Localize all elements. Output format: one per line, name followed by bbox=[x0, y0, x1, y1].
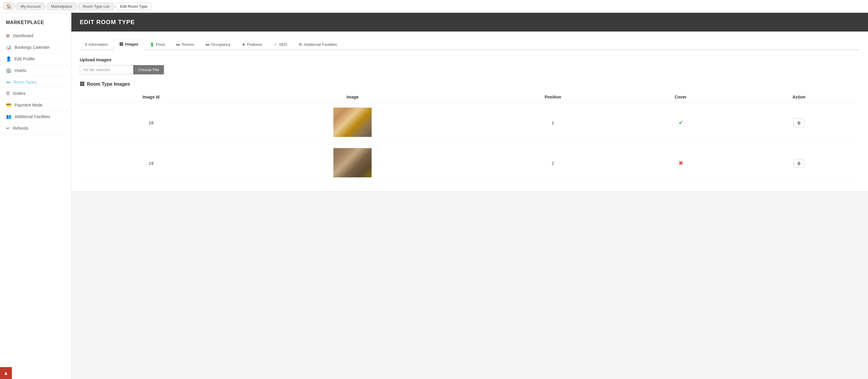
breadcrumb-separator-2: › bbox=[77, 4, 78, 9]
sidebar-label-refunds: Refunds bbox=[13, 126, 28, 131]
sidebar-item-dashboard[interactable]: ⊞ Dashboard bbox=[0, 30, 71, 42]
additional-facilities-icon: 👥 bbox=[6, 114, 11, 119]
tab-rooms-label: Rooms bbox=[182, 42, 194, 47]
room-image-19 bbox=[333, 148, 372, 178]
tab-price-label: Price bbox=[156, 42, 165, 47]
occupancy-icon: 🛏 bbox=[206, 42, 209, 47]
sidebar-label-additional-facilities: Additional Facilities bbox=[14, 114, 50, 119]
tab-additional-facilities[interactable]: ⚙ Additional Facilities bbox=[293, 39, 343, 50]
tab-rooms[interactable]: 🛏 Rooms bbox=[170, 39, 199, 50]
home-icon: 🏠 bbox=[6, 4, 11, 9]
table-row: 18 1 ✔ 🗑 bbox=[80, 103, 860, 143]
room-image-18 bbox=[333, 107, 372, 137]
col-image-id: Image Id bbox=[80, 92, 222, 103]
sidebar-title: MARKETPLACE bbox=[0, 18, 71, 30]
refunds-icon: ↩ bbox=[6, 126, 10, 131]
images-section-title-text: Room Type Images bbox=[87, 82, 130, 87]
price-icon: 💲 bbox=[150, 42, 154, 47]
tab-information[interactable]: ℹ Information bbox=[80, 39, 114, 50]
bookings-calender-icon: 📊 bbox=[6, 44, 11, 50]
sidebar-item-edit-profile[interactable]: 👤 Edit Profile bbox=[0, 53, 71, 65]
choose-file-button[interactable]: Choose File bbox=[133, 65, 164, 74]
tab-price[interactable]: 💲 Price bbox=[144, 39, 171, 50]
tab-occupancy[interactable]: 🛏 Occupancy bbox=[200, 39, 236, 50]
payment-mode-icon: 💳 bbox=[6, 102, 11, 108]
images-icon: 🖼 bbox=[119, 42, 123, 46]
sidebar-item-room-types[interactable]: 🛏 Room Types bbox=[0, 76, 71, 88]
breadcrumb-room-type-list[interactable]: Room Type List bbox=[79, 3, 113, 10]
col-image: Image bbox=[222, 92, 483, 103]
sidebar-item-orders[interactable]: ☰ Orders bbox=[0, 88, 71, 99]
tab-seo[interactable]: ☆ SEO bbox=[268, 39, 293, 50]
delete-button-19[interactable]: 🗑 bbox=[794, 159, 804, 168]
breadcrumb-marketplace[interactable]: Marketplace bbox=[47, 3, 76, 10]
breadcrumb-edit-room-type[interactable]: Edit Room Type bbox=[116, 3, 151, 10]
position-19: 2 bbox=[483, 143, 623, 184]
tab-images-label: Images bbox=[125, 42, 138, 46]
image-id-19: 19 bbox=[80, 143, 222, 184]
sidebar-label-room-types: Room Types bbox=[13, 80, 37, 85]
sidebar-label-bookings-calender: Bookings Calender bbox=[14, 45, 50, 50]
tab-images[interactable]: 🖼 Images bbox=[114, 39, 144, 50]
orders-icon: ☰ bbox=[6, 91, 10, 96]
sidebar-item-refunds[interactable]: ↩ Refunds bbox=[0, 123, 71, 134]
sidebar-label-edit-profile: Edit Profile bbox=[14, 57, 35, 61]
scroll-to-top-icon: ▲ bbox=[3, 370, 9, 376]
image-cell-19 bbox=[222, 143, 483, 184]
sidebar-item-hotels[interactable]: 🏢 Hotels bbox=[0, 65, 71, 76]
image-id-18: 18 bbox=[80, 103, 222, 143]
sidebar-label-hotels: Hotels bbox=[14, 68, 27, 73]
sidebar-item-payment-mode[interactable]: 💳 Payment Mode bbox=[0, 99, 71, 111]
tabs-container: ℹ Information 🖼 Images 💲 Price 🛏 Rooms 🛏 bbox=[80, 39, 860, 50]
tab-information-label: Information bbox=[89, 42, 108, 47]
breadcrumb-separator-3: › bbox=[114, 4, 116, 9]
action-18: 🗑 bbox=[738, 103, 860, 143]
sidebar-item-bookings-calender[interactable]: 📊 Bookings Calender bbox=[0, 42, 71, 53]
hotels-icon: 🏢 bbox=[6, 68, 11, 73]
rooms-icon: 🛏 bbox=[176, 42, 180, 47]
sidebar: MARKETPLACE ⊞ Dashboard 📊 Bookings Calen… bbox=[0, 13, 71, 379]
cover-cross-icon: ✖ bbox=[679, 160, 683, 166]
content-area: ℹ Information 🖼 Images 💲 Price 🛏 Rooms 🛏 bbox=[71, 32, 868, 191]
features-icon: ★ bbox=[242, 42, 245, 47]
breadcrumb-separator-0: › bbox=[14, 4, 16, 9]
col-cover: Cover bbox=[623, 92, 738, 103]
upload-controls: No file selected Choose File bbox=[80, 65, 860, 74]
home-button[interactable]: 🏠 bbox=[4, 2, 14, 10]
cover-19: ✖ bbox=[623, 143, 738, 184]
breadcrumb: 🏠 › My Account › Marketplace › Room Type… bbox=[0, 0, 868, 13]
action-19: 🗑 bbox=[738, 143, 860, 184]
scroll-to-top-button[interactable]: ▲ bbox=[0, 367, 12, 379]
file-name-display: No file selected bbox=[80, 65, 133, 74]
edit-profile-icon: 👤 bbox=[6, 56, 11, 62]
cover-check-icon: ✔ bbox=[679, 120, 683, 126]
col-position: Position bbox=[483, 92, 623, 103]
sidebar-label-dashboard: Dashboard bbox=[13, 33, 33, 38]
breadcrumb-my-account[interactable]: My Account bbox=[17, 3, 44, 10]
sidebar-label-orders: Orders bbox=[13, 91, 26, 96]
tab-seo-label: SEO bbox=[279, 42, 287, 47]
tab-occupancy-label: Occupancy bbox=[211, 42, 230, 47]
information-icon: ℹ bbox=[85, 42, 87, 47]
seo-icon: ☆ bbox=[274, 42, 277, 47]
sidebar-item-additional-facilities[interactable]: 👥 Additional Facilities bbox=[0, 111, 71, 123]
position-18: 1 bbox=[483, 103, 623, 143]
additional-facilities-tab-icon: ⚙ bbox=[299, 42, 302, 47]
sidebar-label-payment-mode: Payment Mode bbox=[14, 103, 42, 107]
image-cell-18 bbox=[222, 103, 483, 143]
main-content: EDIT ROOM TYPE ℹ Information 🖼 Images 💲 … bbox=[71, 13, 868, 379]
page-title: EDIT ROOM TYPE bbox=[71, 13, 868, 32]
tab-features-label: Features bbox=[247, 42, 262, 47]
table-row: 19 2 ✖ 🗑 bbox=[80, 143, 860, 184]
upload-section: Upload images No file selected Choose Fi… bbox=[80, 57, 860, 74]
room-types-icon: 🛏 bbox=[6, 80, 10, 85]
images-section-icon: 🖼 bbox=[80, 82, 85, 87]
col-action: Action bbox=[738, 92, 860, 103]
layout: MARKETPLACE ⊞ Dashboard 📊 Bookings Calen… bbox=[0, 13, 868, 379]
dashboard-icon: ⊞ bbox=[6, 33, 10, 38]
cover-18: ✔ bbox=[623, 103, 738, 143]
images-section-title: 🖼 Room Type Images bbox=[80, 82, 860, 87]
tab-additional-facilities-label: Additional Facilities bbox=[304, 42, 337, 47]
delete-button-18[interactable]: 🗑 bbox=[794, 118, 804, 127]
tab-features[interactable]: ★ Features bbox=[236, 39, 268, 50]
